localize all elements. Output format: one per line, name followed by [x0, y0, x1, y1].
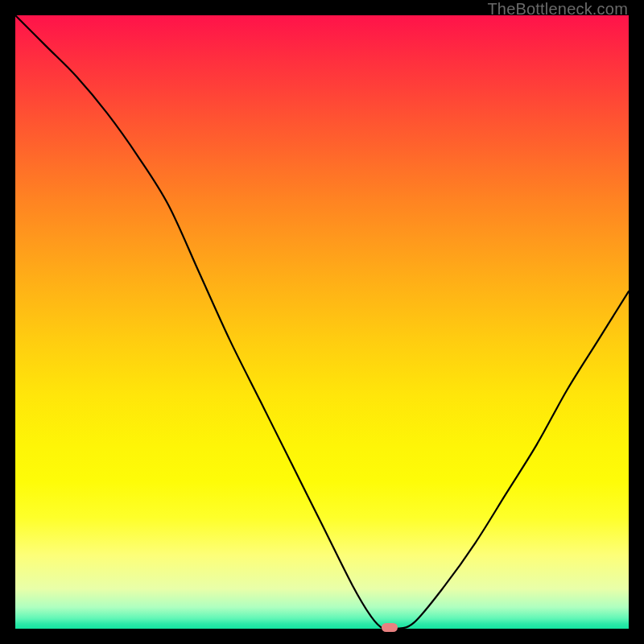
- optimum-marker: [382, 623, 398, 632]
- chart-frame: TheBottleneck.com: [0, 0, 644, 644]
- watermark-text: TheBottleneck.com: [487, 0, 628, 19]
- plot-area: [15, 15, 629, 629]
- bottleneck-curve: [15, 15, 629, 629]
